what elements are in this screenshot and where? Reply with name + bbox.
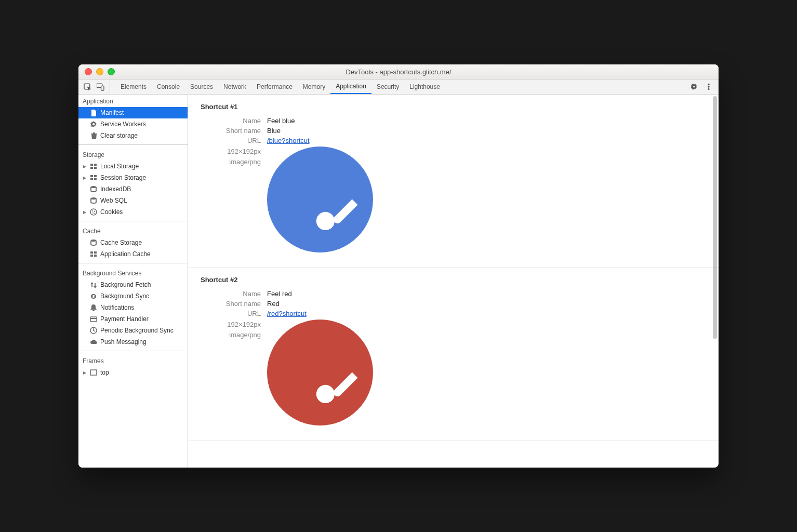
tab-elements[interactable]: Elements bbox=[115, 79, 152, 94]
updown-icon bbox=[90, 281, 97, 288]
sidebar-item-label: Manifest bbox=[100, 109, 124, 116]
db-icon bbox=[90, 197, 97, 204]
sidebar-group-application: Application bbox=[78, 95, 188, 107]
shortcut-2: Shortcut #2NameFeel redShort nameRedURL/… bbox=[188, 268, 719, 441]
tab-network[interactable]: Network bbox=[218, 79, 251, 94]
shortcut-heading: Shortcut #2 bbox=[201, 276, 719, 284]
label-short-name: Short name bbox=[188, 127, 267, 135]
expand-icon[interactable]: ▸ bbox=[83, 208, 87, 216]
sidebar-item-label: Background Fetch bbox=[100, 281, 151, 288]
shortcut-icon-preview bbox=[267, 320, 373, 425]
cloud-icon bbox=[90, 338, 97, 345]
sync-icon bbox=[90, 292, 97, 300]
sidebar-group-cache: Cache bbox=[78, 224, 188, 237]
sidebar-item-label: Periodic Background Sync bbox=[100, 327, 174, 334]
close-button[interactable] bbox=[85, 68, 92, 75]
expand-icon[interactable]: ▸ bbox=[83, 174, 87, 181]
tab-sources[interactable]: Sources bbox=[185, 79, 218, 94]
tab-lighthouse[interactable]: Lighthouse bbox=[404, 79, 445, 94]
sidebar-item-label: Clear storage bbox=[100, 132, 138, 139]
grid-icon bbox=[90, 250, 97, 258]
value-name: Feel red bbox=[267, 290, 292, 298]
mac-titlebar: DevTools - app-shortcuts.glitch.me/ bbox=[78, 64, 719, 79]
shortcut-1: Shortcut #1NameFeel blueShort nameBlueUR… bbox=[188, 95, 719, 268]
more-icon[interactable] bbox=[705, 83, 712, 91]
sidebar-item-label: Payment Handler bbox=[100, 315, 149, 323]
file-icon bbox=[90, 109, 97, 116]
sidebar-item-periodic-background-sync[interactable]: Periodic Background Sync bbox=[78, 325, 188, 336]
scrollbar[interactable] bbox=[713, 96, 717, 339]
brush-icon bbox=[307, 186, 371, 250]
sidebar-item-web-sql[interactable]: Web SQL bbox=[78, 195, 188, 206]
sidebar-item-label: Notifications bbox=[100, 304, 134, 311]
label-url: URL bbox=[188, 137, 267, 144]
settings-icon[interactable] bbox=[690, 83, 698, 91]
devtools-window: DevTools - app-shortcuts.glitch.me/ Elem… bbox=[78, 64, 719, 468]
sidebar-item-label: top bbox=[100, 369, 109, 376]
sidebar-item-local-storage[interactable]: ▸Local Storage bbox=[78, 161, 188, 172]
db-icon bbox=[90, 239, 97, 246]
icon-mime: image/png bbox=[229, 331, 261, 339]
sidebar-item-background-sync[interactable]: Background Sync bbox=[78, 290, 188, 302]
sidebar-item-service-workers[interactable]: Service Workers bbox=[78, 118, 188, 130]
tab-memory[interactable]: Memory bbox=[298, 79, 330, 94]
minimize-button[interactable] bbox=[96, 68, 103, 75]
sidebar-item-background-fetch[interactable]: Background Fetch bbox=[78, 279, 188, 290]
shortcut-icon-preview bbox=[267, 147, 373, 252]
sidebar-item-label: Background Sync bbox=[100, 292, 149, 300]
bell-icon bbox=[90, 304, 97, 311]
expand-icon[interactable]: ▸ bbox=[83, 369, 87, 376]
manifest-pane: Shortcut #1NameFeel blueShort nameBlueUR… bbox=[188, 95, 719, 468]
trash-icon bbox=[90, 132, 97, 139]
value-short-name: Red bbox=[267, 300, 280, 308]
expand-icon[interactable]: ▸ bbox=[83, 163, 87, 170]
sidebar-item-clear-storage[interactable]: Clear storage bbox=[78, 130, 188, 141]
sidebar-item-session-storage[interactable]: ▸Session Storage bbox=[78, 172, 188, 183]
sidebar-group-background-services: Background Services bbox=[78, 267, 188, 279]
sidebar-group-storage: Storage bbox=[78, 148, 188, 161]
frame-icon bbox=[90, 369, 97, 376]
label-url: URL bbox=[188, 310, 267, 317]
devtools-tabbar: ElementsConsoleSourcesNetworkPerformance… bbox=[78, 79, 719, 95]
tab-application[interactable]: Application bbox=[330, 79, 371, 94]
gear-icon bbox=[90, 121, 97, 128]
application-sidebar: ApplicationManifestService WorkersClear … bbox=[78, 95, 188, 468]
value-name: Feel blue bbox=[267, 117, 295, 125]
sidebar-item-label: Service Workers bbox=[100, 121, 146, 128]
shortcut-heading: Shortcut #1 bbox=[201, 103, 719, 111]
value-short-name: Blue bbox=[267, 127, 281, 135]
sidebar-item-cache-storage[interactable]: Cache Storage bbox=[78, 237, 188, 248]
tab-console[interactable]: Console bbox=[152, 79, 185, 94]
sidebar-item-payment-handler[interactable]: Payment Handler bbox=[78, 313, 188, 325]
label-name: Name bbox=[188, 290, 267, 298]
sidebar-item-label: Local Storage bbox=[100, 163, 139, 170]
sidebar-item-label: Application Cache bbox=[100, 250, 151, 258]
sidebar-item-label: Cache Storage bbox=[100, 239, 142, 246]
sidebar-item-top[interactable]: ▸top bbox=[78, 367, 188, 378]
sidebar-group-frames: Frames bbox=[78, 354, 188, 367]
sidebar-item-application-cache[interactable]: Application Cache bbox=[78, 248, 188, 260]
value-url-link[interactable]: /blue?shortcut bbox=[267, 137, 310, 144]
icon-size: 192×192px bbox=[227, 321, 261, 328]
tab-security[interactable]: Security bbox=[371, 79, 404, 94]
device-toggle-icon[interactable] bbox=[97, 83, 104, 91]
sidebar-item-label: Web SQL bbox=[100, 197, 127, 204]
db-icon bbox=[90, 185, 97, 193]
label-name: Name bbox=[188, 117, 267, 125]
icon-mime: image/png bbox=[229, 158, 261, 166]
grid-icon bbox=[90, 174, 97, 181]
sidebar-item-manifest[interactable]: Manifest bbox=[78, 107, 188, 118]
icon-size: 192×192px bbox=[227, 148, 261, 155]
sidebar-item-push-messaging[interactable]: Push Messaging bbox=[78, 336, 188, 348]
brush-icon bbox=[307, 359, 371, 423]
tab-performance[interactable]: Performance bbox=[251, 79, 298, 94]
maximize-button[interactable] bbox=[108, 68, 115, 75]
value-url-link[interactable]: /red?shortcut bbox=[267, 310, 307, 317]
clock-icon bbox=[90, 327, 97, 334]
sidebar-item-cookies[interactable]: ▸Cookies bbox=[78, 206, 188, 218]
grid-icon bbox=[90, 163, 97, 170]
card-icon bbox=[90, 315, 97, 323]
sidebar-item-indexeddb[interactable]: IndexedDB bbox=[78, 183, 188, 195]
inspect-icon[interactable] bbox=[84, 83, 91, 91]
sidebar-item-notifications[interactable]: Notifications bbox=[78, 302, 188, 313]
